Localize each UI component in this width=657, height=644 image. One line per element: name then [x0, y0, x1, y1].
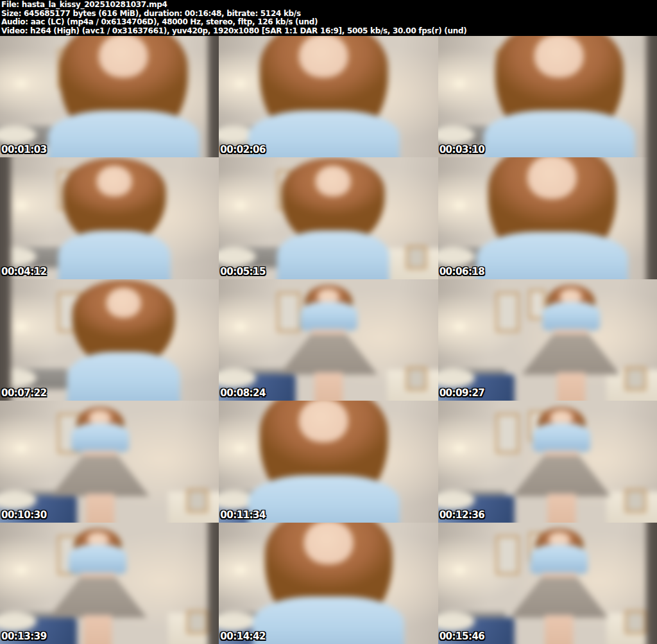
timestamp-overlay: 00:02:06	[220, 144, 266, 155]
video-thumbnail: 00:01:03	[0, 36, 219, 157]
figure-legs	[547, 494, 576, 523]
figure-face	[89, 410, 112, 424]
timestamp-overlay: 00:04:12	[1, 266, 47, 277]
video-thumbnail: 00:11:34	[219, 401, 438, 522]
curtain-right	[208, 36, 219, 157]
audio-codec-line: Audio: aac (LC) (mp4a / 0x6134706D), 480…	[1, 18, 657, 27]
curtain-right	[208, 523, 219, 644]
figure-face	[299, 401, 348, 442]
video-thumbnail: 00:03:10	[438, 36, 657, 157]
video-thumbnail: 00:06:18	[438, 157, 657, 279]
figure-top	[484, 110, 635, 158]
figure-legs	[545, 615, 574, 644]
figure-top	[300, 302, 357, 331]
timestamp-overlay: 00:09:27	[439, 387, 485, 399]
figure-skirt	[279, 335, 377, 375]
figure-face	[303, 523, 353, 564]
person-figure	[486, 36, 632, 157]
video-thumbnail: 00:15:46	[438, 523, 657, 644]
timestamp-overlay: 00:15:46	[439, 631, 485, 642]
thumbnail-image-placeholder	[438, 279, 657, 401]
figure-top	[71, 423, 129, 452]
thumbnail-image-placeholder	[438, 36, 657, 157]
wall-lamp-glow	[449, 440, 470, 458]
wall-lamp-glow	[11, 75, 32, 93]
video-thumbnail: 00:10:30	[0, 401, 219, 522]
person-figure	[56, 158, 173, 279]
figure-face	[106, 288, 141, 318]
figure-skirt	[513, 456, 611, 496]
timestamp-overlay: 00:10:30	[1, 509, 47, 521]
wall-lamp-glow	[449, 196, 470, 214]
thumbnail-image-placeholder	[438, 157, 657, 279]
video-codec-line: Video: h264 (High) (avc1 / 0x31637661), …	[1, 27, 657, 36]
curtain-right	[646, 36, 657, 157]
person-figure	[251, 36, 397, 157]
thumbnail-image-placeholder	[219, 36, 438, 157]
figure-legs	[83, 615, 112, 644]
figure-top	[253, 596, 404, 644]
figure-face	[316, 166, 351, 196]
figure-face	[534, 36, 584, 78]
wall-lamp-glow	[449, 75, 470, 93]
figure-face	[317, 289, 339, 303]
media-info-header: File: hasta_la_kissy_202510281037.mp4 Si…	[0, 0, 657, 36]
figure-skirt	[510, 577, 608, 618]
wall-lamp-glow	[449, 561, 470, 579]
timestamp-overlay: 00:14:42	[220, 631, 266, 642]
timestamp-overlay: 00:03:10	[439, 144, 485, 155]
video-thumbnail: 00:09:27	[438, 279, 657, 401]
figure-top	[533, 423, 590, 452]
nightstand-frame	[625, 489, 646, 512]
wall-lamp-glow	[230, 196, 252, 214]
person-figure	[256, 523, 402, 644]
nightstand-frame	[187, 489, 208, 512]
figure-top	[69, 544, 126, 573]
figure-face	[87, 532, 109, 546]
video-thumbnail: 00:07:22	[0, 279, 219, 401]
figure-top	[58, 231, 170, 279]
figure-top	[248, 110, 400, 158]
video-thumbnail: 00:08:24	[219, 279, 438, 401]
thumbnail-image-placeholder	[0, 157, 219, 279]
figure-legs	[557, 372, 585, 401]
nightstand-frame	[406, 367, 427, 390]
nightstand-frame	[406, 246, 427, 269]
nightstand-frame	[187, 611, 208, 634]
person-figure	[536, 285, 606, 401]
figure-top	[48, 110, 200, 158]
video-thumbnail: 00:12:36	[438, 401, 657, 522]
timestamp-overlay: 00:07:22	[1, 387, 47, 399]
timestamp-overlay: 00:06:18	[439, 266, 485, 277]
thumbnail-image-placeholder	[219, 523, 438, 644]
figure-face	[559, 289, 582, 303]
video-thumbnail: 00:05:15	[219, 157, 438, 279]
person-figure	[526, 407, 597, 523]
timestamp-overlay: 00:01:03	[1, 144, 47, 155]
figure-face	[527, 157, 577, 199]
nightstand-frame	[625, 611, 646, 634]
person-figure	[251, 401, 397, 522]
curtain-right	[646, 157, 657, 279]
figure-legs	[86, 494, 114, 523]
person-figure	[63, 528, 133, 644]
file-size-line: Size: 645685177 bytes (616 MiB), duratio…	[1, 10, 657, 19]
figure-face	[299, 36, 348, 78]
wall-lamp-glow	[230, 561, 252, 579]
nightstand-frame	[625, 367, 646, 390]
person-figure	[524, 528, 595, 644]
timestamp-overlay: 00:05:15	[220, 266, 266, 277]
wall-lamp-glow	[11, 318, 32, 336]
thumbnail-image-placeholder	[438, 401, 657, 522]
figure-top	[248, 475, 400, 523]
curtain-right	[646, 523, 657, 644]
timestamp-overlay: 00:13:39	[1, 631, 47, 642]
figure-skirt	[51, 456, 149, 496]
person-figure	[65, 280, 182, 401]
picture-frame	[496, 413, 520, 453]
figure-skirt	[49, 577, 147, 618]
figure-face	[99, 36, 148, 78]
video-thumbnail: 00:13:39	[0, 523, 219, 644]
figure-face	[548, 532, 570, 546]
timestamp-overlay: 00:08:24	[220, 387, 266, 399]
